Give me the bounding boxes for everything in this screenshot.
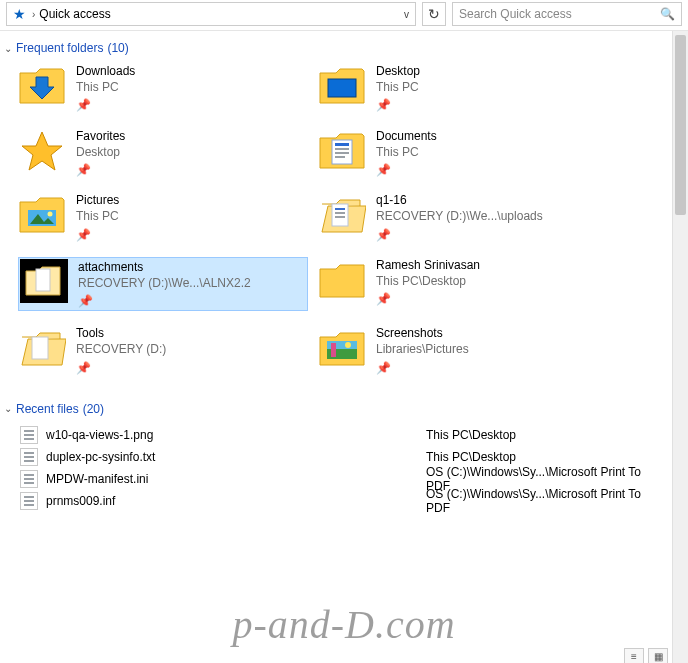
folder-item-attachments[interactable]: attachments RECOVERY (D:)\We...\ALNX2.2 … [18,257,308,312]
address-search-bar: ★ › Quick access v ↻ Search Quick access… [0,0,688,31]
recent-files-list: w10-qa-views-1.png This PC\Desktop duple… [0,424,688,512]
folder-path: This PC\Desktop [376,273,480,289]
frequent-folders-grid: Downloads This PC 📌 Desktop This PC 📌 [0,63,688,376]
breadcrumb-location: Quick access [39,7,110,21]
group-header-frequent-folders[interactable]: ⌄ Frequent folders (10) [0,37,688,63]
breadcrumb[interactable]: › Quick access [32,7,111,21]
svg-rect-4 [335,148,349,150]
folder-path: RECOVERY (D:)\We...\ALNX2.2 [78,275,251,291]
folder-item-q1-16[interactable]: q1-16 RECOVERY (D:)\We...\uploads 📌 [318,192,658,243]
file-path: OS (C:)\Windows\Sy...\Microsoft Print To… [426,487,664,515]
file-name: duplex-pc-sysinfo.txt [46,450,426,464]
svg-rect-11 [335,208,345,210]
pin-icon: 📌 [376,97,420,113]
folder-path: This PC [376,79,420,95]
favorites-folder-icon [18,128,66,172]
pin-icon: 📌 [376,291,480,307]
pin-icon: 📌 [76,97,135,113]
folder-path: RECOVERY (D:)\We...\uploads [376,208,543,224]
chevron-right-icon: › [32,9,35,20]
svg-rect-15 [32,337,48,359]
file-icon [20,470,38,488]
svg-marker-1 [22,132,62,170]
address-history-dropdown[interactable]: v [398,9,415,20]
folder-name: Desktop [376,63,420,79]
pin-icon: 📌 [76,162,125,178]
folder-item-downloads[interactable]: Downloads This PC 📌 [18,63,308,114]
recent-file-row[interactable]: prnms009.inf OS (C:)\Windows\Sy...\Micro… [20,490,664,512]
search-placeholder: Search Quick access [459,7,572,21]
folder-path: This PC [76,208,119,224]
folder-name: Ramesh Srinivasan [376,257,480,273]
folder-name: Tools [76,325,166,341]
desktop-folder-icon [318,63,366,107]
recent-files-section: ⌄ Recent files (20) w10-qa-views-1.png T… [0,398,688,512]
folder-icon [318,257,366,301]
group-count: (10) [107,41,128,55]
folder-name: q1-16 [376,192,543,208]
svg-point-9 [48,212,53,217]
pin-icon: 📌 [376,227,543,243]
folder-open-icon [18,325,66,369]
folder-name: Downloads [76,63,135,79]
pin-icon: 📌 [376,360,469,376]
pin-icon: 📌 [76,227,119,243]
view-mode-buttons: ≡ ▦ [624,648,668,663]
folder-item-tools[interactable]: Tools RECOVERY (D:) 📌 [18,325,308,376]
svg-rect-18 [331,343,336,357]
folder-item-favorites[interactable]: Favorites Desktop 📌 [18,128,308,179]
folder-open-icon [20,259,68,303]
file-name: MPDW-manifest.ini [46,472,426,486]
pin-icon: 📌 [78,293,251,309]
documents-folder-icon [318,128,366,172]
svg-rect-5 [335,152,349,154]
file-name: prnms009.inf [46,494,426,508]
folder-item-screenshots[interactable]: Screenshots Libraries\Pictures 📌 [318,325,658,376]
group-count: (20) [83,402,104,416]
refresh-button[interactable]: ↻ [422,2,446,26]
folder-item-documents[interactable]: Documents This PC 📌 [318,128,658,179]
vertical-scrollbar[interactable] [672,31,688,663]
group-header-recent-files[interactable]: ⌄ Recent files (20) [0,398,688,424]
svg-rect-3 [335,143,349,146]
pin-icon: 📌 [76,360,166,376]
content-pane: ⌄ Frequent folders (10) Downloads This P… [0,31,688,663]
folder-path: RECOVERY (D:) [76,341,166,357]
downloads-folder-icon [18,63,66,107]
folder-open-icon [318,192,366,236]
folder-item-desktop[interactable]: Desktop This PC 📌 [318,63,658,114]
svg-rect-10 [332,204,348,226]
pin-icon: 📌 [376,162,437,178]
scrollbar-thumb[interactable] [675,35,686,215]
file-icon [20,426,38,444]
screenshots-folder-icon [318,325,366,369]
folder-path: Desktop [76,144,125,160]
folder-path: This PC [76,79,135,95]
search-box[interactable]: Search Quick access 🔍 [452,2,682,26]
chevron-down-icon: ⌄ [4,403,12,414]
svg-rect-0 [328,79,356,97]
svg-rect-12 [335,212,345,214]
folder-name: Screenshots [376,325,469,341]
view-icons-button[interactable]: ▦ [648,648,668,663]
folder-item-ramesh-srinivasan[interactable]: Ramesh Srinivasan This PC\Desktop 📌 [318,257,658,312]
recent-file-row[interactable]: w10-qa-views-1.png This PC\Desktop [20,424,664,446]
folder-name: Pictures [76,192,119,208]
folder-path: Libraries\Pictures [376,341,469,357]
file-icon [20,492,38,510]
view-details-button[interactable]: ≡ [624,648,644,663]
svg-rect-6 [335,156,345,158]
folder-name: attachments [78,259,251,275]
address-bar[interactable]: ★ › Quick access v [6,2,416,26]
chevron-down-icon: ⌄ [4,43,12,54]
file-name: w10-qa-views-1.png [46,428,426,442]
file-path: This PC\Desktop [426,428,516,442]
svg-point-19 [345,342,351,348]
quick-access-star-icon: ★ [13,6,26,22]
search-icon: 🔍 [660,7,675,21]
folder-path: This PC [376,144,437,160]
file-icon [20,448,38,466]
watermark-text: p-and-D.com [0,601,688,648]
file-path: This PC\Desktop [426,450,516,464]
folder-item-pictures[interactable]: Pictures This PC 📌 [18,192,308,243]
